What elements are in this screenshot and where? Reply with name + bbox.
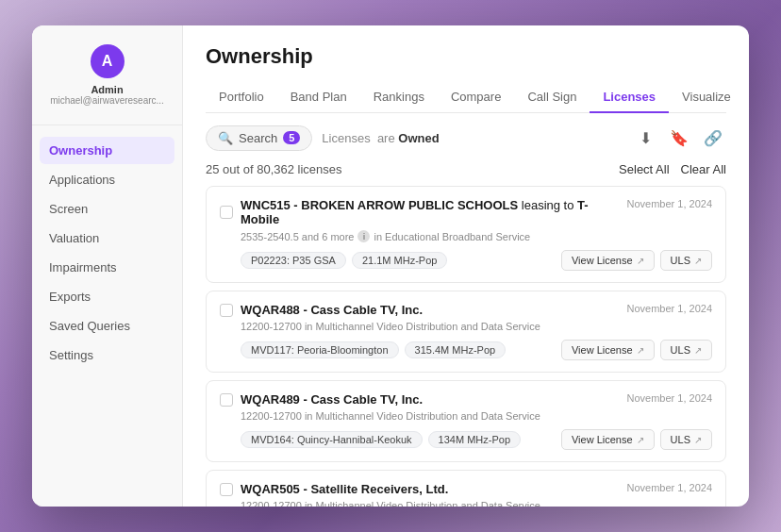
search-count-badge: 5 — [283, 131, 300, 144]
filter-label: Licenses — [322, 131, 370, 145]
license-tag: MVD164: Quincy-Hannibal-Keokuk — [241, 431, 423, 448]
view-license-button[interactable]: View License ↗ — [561, 250, 655, 271]
license-checkbox[interactable] — [220, 483, 233, 496]
license-checkbox[interactable] — [220, 393, 233, 407]
license-title-row: WNC515 - BROKEN ARROW PUBLIC SCHOOLS lea… — [220, 198, 616, 226]
toolbar-left: 🔍 Search 5 Licenses are Owned — [206, 125, 440, 151]
sidebar-item-valuation[interactable]: Valuation — [40, 224, 174, 252]
toolbar-icons: ⬇ 🔖 🔗 — [632, 125, 726, 151]
nav-tabs: Portfolio Band Plan Rankings Compare Cal… — [206, 82, 726, 113]
filter-text: Licenses are Owned — [322, 131, 439, 145]
main-header: Ownership Portfolio Band Plan Rankings C… — [183, 25, 749, 113]
share-button[interactable]: 🔗 — [700, 125, 726, 151]
license-header: WNC515 - BROKEN ARROW PUBLIC SCHOOLS lea… — [220, 198, 712, 226]
sidebar-item-settings[interactable]: Settings — [40, 341, 174, 369]
filter-value: Owned — [398, 131, 439, 145]
license-subtitle: 2535-2540.5 and 6 more i in Educational … — [241, 230, 712, 242]
license-actions: View License ↗ ULS ↗ — [561, 250, 712, 271]
external-icon: ↗ — [694, 345, 702, 356]
tab-rankings[interactable]: Rankings — [360, 82, 438, 113]
avatar: A — [91, 44, 125, 78]
license-tag: 134M MHz-Pop — [428, 431, 521, 448]
license-title: WQAR488 - Cass Cable TV, Inc. — [241, 303, 423, 317]
select-all-link[interactable]: Select All — [619, 162, 669, 176]
license-header: WQAR505 - Satellite Receivers, Ltd. Nove… — [220, 482, 712, 496]
tab-band-plan[interactable]: Band Plan — [277, 82, 360, 113]
license-subtitle: 12200-12700 in Multichannel Video Distri… — [241, 321, 712, 332]
license-tag: 315.4M MHz-Pop — [405, 341, 507, 358]
license-tag: MVD117: Peoria-Bloomington — [241, 341, 399, 358]
sidebar-item-applications[interactable]: Applications — [40, 166, 174, 193]
license-subtitle: 12200-12700 in Multichannel Video Distri… — [241, 500, 712, 507]
page-title: Ownership — [206, 44, 726, 69]
view-license-button[interactable]: View License ↗ — [561, 340, 655, 360]
license-footer: MVD164: Quincy-Hannibal-Keokuk 134M MHz-… — [241, 429, 712, 450]
uls-button[interactable]: ULS ↗ — [660, 250, 712, 271]
tab-portfolio[interactable]: Portfolio — [206, 82, 277, 113]
license-header: WQAR488 - Cass Cable TV, Inc. November 1… — [220, 303, 712, 317]
user-name: Admin — [91, 84, 123, 95]
sidebar-nav: Ownership Applications Screen Valuation … — [32, 137, 182, 371]
license-title-row: WQAR488 - Cass Cable TV, Inc. — [220, 303, 616, 317]
license-date: November 1, 2024 — [627, 198, 713, 209]
license-title-row: WQAR489 - Cass Cable TV, Inc. — [220, 392, 616, 407]
search-label: Search — [239, 131, 277, 145]
license-card: WNC515 - BROKEN ARROW PUBLIC SCHOOLS lea… — [206, 186, 726, 283]
toolbar: 🔍 Search 5 Licenses are Owned ⬇ 🔖 🔗 — [183, 113, 749, 162]
tab-visualize[interactable]: Visualize — [669, 82, 744, 113]
sidebar: A Admin michael@airwaveresearc... Owners… — [32, 25, 183, 507]
tab-licenses[interactable]: Licenses — [590, 82, 669, 113]
sidebar-item-ownership[interactable]: Ownership — [40, 137, 174, 164]
download-button[interactable]: ⬇ — [632, 125, 658, 151]
license-tags: P02223: P35 GSA 21.1M MHz-Pop — [241, 252, 447, 269]
info-icon: i — [357, 230, 370, 242]
clear-all-link[interactable]: Clear All — [681, 162, 726, 176]
app-window: A Admin michael@airwaveresearc... Owners… — [32, 25, 749, 507]
license-tags: MVD117: Peoria-Bloomington 315.4M MHz-Po… — [241, 341, 506, 358]
results-count: 25 out of 80,362 licenses — [206, 162, 342, 176]
bookmark-button[interactable]: 🔖 — [666, 125, 692, 151]
external-icon: ↗ — [637, 345, 644, 356]
results-bar: 25 out of 80,362 licenses Select All Cle… — [183, 162, 749, 186]
license-checkbox[interactable] — [220, 304, 233, 317]
license-title: WQAR505 - Satellite Receivers, Ltd. — [241, 482, 448, 496]
search-icon: 🔍 — [218, 131, 233, 145]
license-list: WNC515 - BROKEN ARROW PUBLIC SCHOOLS lea… — [183, 186, 749, 507]
main-content: Ownership Portfolio Band Plan Rankings C… — [183, 25, 749, 507]
user-email: michael@airwaveresearc... — [47, 95, 167, 106]
sidebar-item-screen[interactable]: Screen — [40, 195, 174, 223]
sidebar-item-saved-queries[interactable]: Saved Queries — [40, 312, 174, 340]
external-icon: ↗ — [637, 435, 644, 445]
license-header: WQAR489 - Cass Cable TV, Inc. November 1… — [220, 392, 712, 407]
external-icon: ↗ — [694, 256, 702, 266]
results-actions: Select All Clear All — [619, 162, 726, 176]
license-checkbox[interactable] — [220, 206, 233, 219]
license-card: WQAR489 - Cass Cable TV, Inc. November 1… — [206, 380, 726, 462]
tab-compare[interactable]: Compare — [438, 82, 514, 113]
license-tags: MVD164: Quincy-Hannibal-Keokuk 134M MHz-… — [241, 431, 521, 448]
tab-summary[interactable]: Summary — [744, 82, 749, 113]
external-icon: ↗ — [637, 256, 644, 266]
user-profile: A Admin michael@airwaveresearc... — [32, 44, 182, 125]
license-title: WQAR489 - Cass Cable TV, Inc. — [241, 392, 423, 407]
tab-call-sign[interactable]: Call Sign — [514, 82, 590, 113]
view-license-button[interactable]: View License ↗ — [561, 429, 655, 450]
license-date: November 1, 2024 — [627, 303, 713, 314]
license-title-row: WQAR505 - Satellite Receivers, Ltd. — [220, 482, 616, 496]
license-actions: View License ↗ ULS ↗ — [561, 429, 712, 450]
license-title: WNC515 - BROKEN ARROW PUBLIC SCHOOLS lea… — [241, 198, 616, 226]
uls-button[interactable]: ULS ↗ — [660, 340, 712, 360]
license-tag: P02223: P35 GSA — [241, 252, 346, 269]
license-date: November 1, 2024 — [627, 482, 713, 493]
license-date: November 1, 2024 — [627, 392, 713, 404]
license-card: WQAR488 - Cass Cable TV, Inc. November 1… — [206, 291, 726, 373]
license-card: WQAR505 - Satellite Receivers, Ltd. Nove… — [206, 470, 726, 507]
search-pill[interactable]: 🔍 Search 5 — [206, 125, 312, 151]
uls-button[interactable]: ULS ↗ — [660, 429, 712, 450]
sidebar-item-exports[interactable]: Exports — [40, 283, 174, 310]
license-footer: MVD117: Peoria-Bloomington 315.4M MHz-Po… — [241, 340, 712, 360]
sidebar-item-impairments[interactable]: Impairments — [40, 254, 174, 281]
license-actions: View License ↗ ULS ↗ — [561, 340, 712, 360]
filter-operator: are — [377, 131, 395, 145]
license-tag: 21.1M MHz-Pop — [352, 252, 447, 269]
